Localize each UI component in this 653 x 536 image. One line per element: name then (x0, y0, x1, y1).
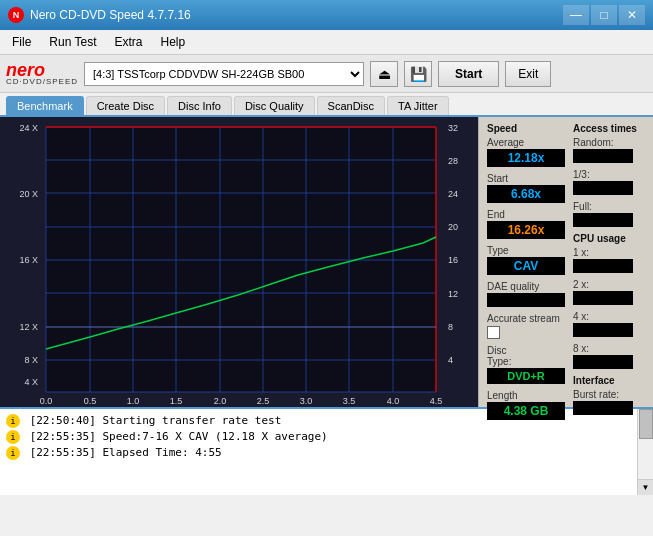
svg-text:4.0: 4.0 (387, 396, 400, 406)
svg-text:20: 20 (448, 222, 458, 232)
cpu8x-label: 8 x: (573, 343, 645, 354)
log-text-1: Speed:7-16 X CAV (12.18 X average) (102, 430, 327, 443)
random-label: Random: (573, 137, 645, 148)
log-icon-2: i (6, 446, 20, 460)
eject-button[interactable]: ⏏ (370, 61, 398, 87)
svg-rect-1 (46, 127, 436, 392)
dae-quality-label: DAE quality (487, 281, 565, 292)
log-time-0: [22:50:40] (30, 414, 96, 427)
close-button[interactable]: ✕ (619, 5, 645, 25)
tab-ta-jitter[interactable]: TA Jitter (387, 96, 449, 115)
svg-text:2.0: 2.0 (214, 396, 227, 406)
right-panel: Speed Average 12.18x Start 6.68x End 16.… (478, 117, 653, 407)
accurate-stream-label: Accurate stream (487, 313, 565, 324)
title-bar: N Nero CD-DVD Speed 4.7.7.16 — □ ✕ (0, 0, 653, 30)
tab-disc-info[interactable]: Disc Info (167, 96, 232, 115)
dae-quality-value (487, 293, 565, 307)
svg-text:0.0: 0.0 (40, 396, 53, 406)
tab-scandisc[interactable]: ScanDisc (317, 96, 385, 115)
log-scroll-thumb[interactable] (639, 409, 653, 439)
log-time-2: [22:55:35] (30, 446, 96, 459)
cpu2x-bar (573, 291, 633, 305)
menu-run-test[interactable]: Run Test (41, 32, 104, 52)
log-text-0: Starting transfer rate test (102, 414, 281, 427)
average-label: Average (487, 137, 565, 148)
end-block: End 16.26x (487, 209, 565, 239)
log-line-1: i [22:55:35] Speed:7-16 X CAV (12.18 X a… (6, 429, 631, 445)
save-button[interactable]: 💾 (404, 61, 432, 87)
tab-create-disc[interactable]: Create Disc (86, 96, 165, 115)
svg-text:3.5: 3.5 (343, 396, 356, 406)
log-content: i [22:50:40] Starting transfer rate test… (0, 409, 637, 495)
nero-logo-block: nero CD·DVD/SPEED (6, 61, 78, 86)
svg-text:4.5: 4.5 (430, 396, 443, 406)
log-icon-1: i (6, 430, 20, 444)
svg-text:1.0: 1.0 (127, 396, 140, 406)
type-block: Type CAV (487, 245, 565, 275)
average-value: 12.18x (487, 149, 565, 167)
svg-text:8: 8 (448, 322, 453, 332)
cpu1x-label: 1 x: (573, 247, 645, 258)
log-scroll-down[interactable]: ▼ (638, 479, 653, 495)
chart-svg: 24 X 20 X 16 X 12 X 8 X 4 X 32 28 24 20 … (0, 117, 478, 407)
disc-length-label: Length (487, 390, 565, 401)
one-third-label: 1/3: (573, 169, 645, 180)
random-bar (573, 149, 633, 163)
end-value: 16.26x (487, 221, 565, 239)
disc-type-label: DiscType: (487, 345, 565, 367)
toolbar: nero CD·DVD/SPEED [4:3] TSSTcorp CDDVDW … (0, 55, 653, 93)
maximize-button[interactable]: □ (591, 5, 617, 25)
svg-text:1.5: 1.5 (170, 396, 183, 406)
cpu4x-label: 4 x: (573, 311, 645, 322)
full-block: Full: (573, 201, 645, 227)
cpu2x-label: 2 x: (573, 279, 645, 290)
cpu8x-bar (573, 355, 633, 369)
burst-label: Burst rate: (573, 389, 645, 400)
svg-text:12 X: 12 X (19, 322, 38, 332)
svg-text:8 X: 8 X (24, 355, 38, 365)
start-button[interactable]: Start (438, 61, 499, 87)
cpu8x-block: 8 x: (573, 343, 645, 369)
svg-text:3.0: 3.0 (300, 396, 313, 406)
main-content: 24 X 20 X 16 X 12 X 8 X 4 X 32 28 24 20 … (0, 117, 653, 407)
cpu1x-block: 1 x: (573, 247, 645, 273)
type-value: CAV (487, 257, 565, 275)
cpu1x-bar (573, 259, 633, 273)
accurate-stream-row (487, 326, 565, 339)
access-column: Access times Random: 1/3: Full: CPU usag… (573, 123, 645, 401)
dae-quality-block: DAE quality (487, 281, 565, 307)
log-icon-0: i (6, 414, 20, 428)
chart-area: 24 X 20 X 16 X 12 X 8 X 4 X 32 28 24 20 … (0, 117, 478, 407)
log-line-0: i [22:50:40] Starting transfer rate test (6, 413, 631, 429)
burst-header: Interface (573, 375, 645, 386)
log-text-2: Elapsed Time: 4:55 (102, 446, 221, 459)
random-block: Random: (573, 137, 645, 163)
svg-text:32: 32 (448, 123, 458, 133)
minimize-button[interactable]: — (563, 5, 589, 25)
menu-bar: File Run Test Extra Help (0, 30, 653, 55)
accurate-stream-checkbox[interactable] (487, 326, 500, 339)
tabs: Benchmark Create Disc Disc Info Disc Qua… (0, 93, 653, 117)
svg-text:16: 16 (448, 255, 458, 265)
drive-select[interactable]: [4:3] TSSTcorp CDDVDW SH-224GB SB00 (84, 62, 364, 86)
title-controls: — □ ✕ (563, 5, 645, 25)
log-line-2: i [22:55:35] Elapsed Time: 4:55 (6, 445, 631, 461)
svg-text:20 X: 20 X (19, 189, 38, 199)
svg-text:2.5: 2.5 (257, 396, 270, 406)
stats-column: Speed Average 12.18x Start 6.68x End 16.… (487, 123, 565, 401)
menu-extra[interactable]: Extra (106, 32, 150, 52)
tab-benchmark[interactable]: Benchmark (6, 96, 84, 115)
app-icon: N (8, 7, 24, 23)
start-label: Start (487, 173, 565, 184)
menu-file[interactable]: File (4, 32, 39, 52)
svg-text:24 X: 24 X (19, 123, 38, 133)
full-label: Full: (573, 201, 645, 212)
exit-button[interactable]: Exit (505, 61, 551, 87)
menu-help[interactable]: Help (153, 32, 194, 52)
average-block: Average 12.18x (487, 137, 565, 167)
log-scrollbar[interactable]: ▼ (637, 409, 653, 495)
title-bar-left: N Nero CD-DVD Speed 4.7.7.16 (8, 7, 191, 23)
svg-text:4: 4 (448, 355, 453, 365)
tab-disc-quality[interactable]: Disc Quality (234, 96, 315, 115)
disc-type-block: DiscType: DVD+R (487, 345, 565, 384)
